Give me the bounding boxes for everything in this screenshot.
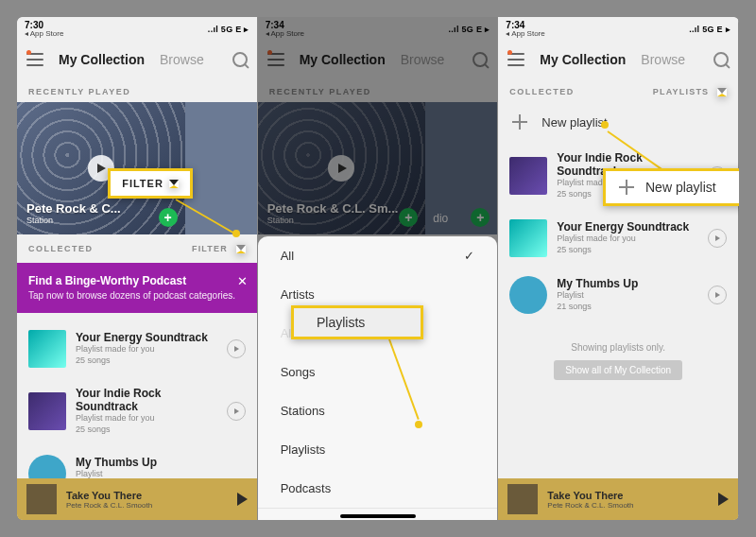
now-playing-artist: Pete Rock & C.L. Smooth — [66, 501, 228, 510]
mini-player[interactable]: Take You There Pete Rock & C.L. Smooth — [498, 478, 738, 520]
list-item[interactable]: Your Indie Rock Soundtrack Playlist made… — [17, 377, 257, 444]
filter-button[interactable]: FILTER — [192, 244, 246, 253]
playlist-subtitle: Playlist made for you25 songs — [557, 234, 698, 255]
callout-new-playlist: New playlist — [603, 168, 739, 206]
playlist-title: My Thumbs Up — [76, 456, 246, 469]
now-playing-title: Take You There — [547, 490, 709, 501]
callout-pointer-dot — [415, 421, 422, 428]
now-playing-art — [26, 484, 57, 514]
playlist-art — [28, 330, 66, 368]
menu-icon[interactable] — [26, 53, 43, 66]
play-small-icon[interactable] — [227, 339, 246, 358]
status-bar: 7:30 ◂ App Store ..ıl 5G E ▸ — [17, 17, 257, 42]
section-collected: COLLECTED — [509, 87, 575, 96]
phone-screen-1: 7:30 ◂ App Store ..ıl 5G E ▸ My Collecti… — [17, 17, 258, 520]
status-bar: 7:34 ◂ App Store ..ıl 5G E ▸ — [498, 17, 738, 42]
promo-banner[interactable]: Find a Binge-Worthy Podcast Tap now to b… — [17, 263, 257, 313]
plus-icon — [619, 180, 634, 195]
mini-player[interactable]: Take You There Pete Rock & C.L. Smooth — [17, 478, 257, 520]
list-item[interactable]: Your Energy Soundtrack Playlist made for… — [17, 320, 257, 377]
filter-option-playlists[interactable]: Playlists — [258, 430, 498, 469]
playlist-art — [509, 276, 547, 314]
list-item[interactable]: Your Energy Soundtrack Playlist made for… — [498, 210, 738, 267]
showing-playlists-note: Showing playlists only. — [498, 342, 738, 353]
checkmark-icon: ✓ — [464, 249, 474, 263]
notification-dot-icon — [26, 50, 31, 55]
now-playing-art — [507, 484, 538, 514]
close-icon[interactable]: ✕ — [237, 274, 248, 288]
search-icon[interactable] — [713, 52, 729, 67]
playlist-art — [509, 157, 547, 195]
status-network: ..ıl 5G E ▸ — [689, 25, 730, 34]
station-subtitle: Station — [26, 216, 121, 225]
filter-option-all[interactable]: All✓ — [258, 236, 498, 275]
list-item[interactable]: My Thumbs Up Playlist21 songs — [498, 267, 738, 323]
notification-dot-icon — [507, 50, 512, 55]
back-to-app-store[interactable]: ◂ App Store — [25, 30, 63, 38]
callout-playlists: Playlists — [291, 305, 423, 339]
tab-browse[interactable]: Browse — [160, 52, 204, 67]
playlist-title: Your Indie Rock Soundtrack — [76, 387, 217, 413]
filter-option-stations[interactable]: Stations — [258, 391, 498, 430]
play-small-icon[interactable] — [708, 229, 727, 248]
filter-option-songs[interactable]: Songs — [258, 353, 498, 391]
playlist-subtitle: Playlist made for you25 songs — [76, 413, 217, 435]
tutorial-three-panel: 7:30 ◂ App Store ..ıl 5G E ▸ My Collecti… — [17, 17, 739, 520]
new-playlist-label: New playlist — [541, 115, 607, 130]
status-network: ..ıl 5G E ▸ — [208, 25, 249, 34]
tab-my-collection[interactable]: My Collection — [540, 52, 626, 67]
phone-screen-2: 7:34 ◂ App Store ..ıl 5G E ▸ My Collecti… — [258, 17, 499, 520]
playlist-title: My Thumbs Up — [557, 277, 698, 290]
callout-pointer-dot — [232, 230, 240, 237]
playlist-subtitle: Playlist21 songs — [557, 290, 698, 312]
menu-icon[interactable] — [507, 53, 524, 66]
section-collected: COLLECTED — [28, 244, 94, 253]
top-nav: My Collection Browse — [17, 42, 257, 78]
add-icon[interactable]: + — [159, 208, 178, 227]
playlist-art — [509, 219, 547, 257]
show-all-button[interactable]: Show all of My Collection — [554, 360, 682, 380]
station-title: Pete Rock & C... — [26, 201, 121, 216]
filter-sheet: All✓ Artists Albums Songs Stations Playl… — [258, 236, 498, 520]
new-playlist-row[interactable]: New playlist — [498, 102, 738, 142]
home-indicator[interactable] — [340, 514, 416, 518]
playlist-art — [28, 392, 66, 430]
callout-filter: FILTER — [108, 168, 193, 199]
back-to-app-store[interactable]: ◂ App Store — [506, 30, 544, 38]
play-icon[interactable] — [718, 493, 729, 506]
phone-screen-3: 7:34 ◂ App Store ..ıl 5G E ▸ My Collecti… — [498, 17, 739, 520]
playlist-subtitle: Playlist made for you25 songs — [76, 344, 217, 366]
now-playing-artist: Pete Rock & C.L. Smooth — [547, 501, 709, 510]
playlist-title: Your Energy Soundtrack — [76, 331, 217, 344]
now-playing-title: Take You There — [66, 490, 228, 501]
tab-browse[interactable]: Browse — [641, 52, 685, 67]
playlist-title: Your Energy Soundtrack — [557, 220, 698, 234]
tab-my-collection[interactable]: My Collection — [59, 52, 145, 67]
play-small-icon[interactable] — [227, 402, 246, 421]
promo-subtitle: Tap now to browse dozens of podcast cate… — [28, 289, 246, 302]
search-icon[interactable] — [232, 52, 248, 67]
callout-pointer-dot — [601, 121, 609, 129]
top-nav: My Collection Browse — [498, 42, 738, 78]
filter-playlists-button[interactable]: PLAYLISTS — [653, 87, 727, 96]
filter-option-podcasts[interactable]: Podcasts — [258, 469, 498, 508]
promo-title: Find a Binge-Worthy Podcast — [28, 274, 246, 287]
play-icon[interactable] — [237, 493, 248, 506]
section-recently-played: RECENTLY PLAYED — [17, 78, 257, 102]
plus-icon — [511, 113, 528, 130]
play-small-icon[interactable] — [708, 286, 727, 304]
